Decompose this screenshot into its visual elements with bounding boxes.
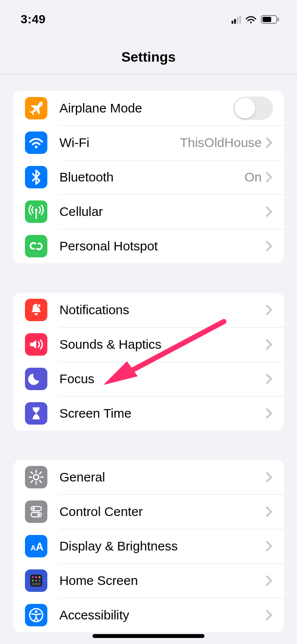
link-icon bbox=[25, 235, 47, 257]
wifi-network-value: ThisOldHouse bbox=[180, 135, 262, 150]
row-label: Bluetooth bbox=[59, 170, 244, 184]
chevron-right-icon bbox=[266, 472, 272, 482]
bluetooth-status-value: On bbox=[244, 170, 262, 184]
row-bluetooth[interactable]: Bluetooth On bbox=[13, 160, 284, 194]
row-display-brightness[interactable]: Display & Brightness bbox=[13, 529, 284, 563]
chevron-right-icon bbox=[266, 305, 272, 315]
row-sounds-haptics[interactable]: Sounds & Haptics bbox=[13, 327, 284, 362]
settings-group-general: General Control Center Display & Brightn… bbox=[13, 460, 284, 632]
page-title: Settings bbox=[121, 39, 176, 65]
gear-icon bbox=[25, 466, 47, 488]
battery-status-icon bbox=[261, 15, 280, 24]
chevron-right-icon bbox=[266, 374, 272, 384]
status-bar: 3:49 bbox=[0, 0, 297, 39]
status-time: 3:49 bbox=[21, 13, 46, 26]
settings-group-connectivity: Airplane Mode Wi-Fi ThisOldHouse Bluetoo… bbox=[13, 91, 284, 263]
chevron-right-icon bbox=[266, 172, 272, 182]
textsize-icon bbox=[25, 535, 47, 557]
bell-icon bbox=[25, 299, 47, 321]
row-accessibility[interactable]: Accessibility bbox=[13, 598, 284, 632]
row-cellular[interactable]: Cellular bbox=[13, 194, 284, 229]
airplane-mode-toggle[interactable] bbox=[233, 97, 273, 120]
row-general[interactable]: General bbox=[13, 460, 284, 494]
row-label: Display & Brightness bbox=[59, 539, 266, 553]
moon-icon bbox=[25, 368, 47, 390]
row-label: Accessibility bbox=[59, 608, 266, 622]
toggles-icon bbox=[25, 500, 47, 523]
antenna-icon bbox=[25, 200, 47, 223]
row-focus[interactable]: Focus bbox=[13, 362, 284, 396]
row-label: Screen Time bbox=[59, 406, 266, 421]
row-notifications[interactable]: Notifications bbox=[13, 293, 284, 327]
bluetooth-icon bbox=[25, 166, 47, 188]
row-screen-time[interactable]: Screen Time bbox=[13, 396, 284, 431]
nav-header: Settings bbox=[0, 39, 297, 75]
toggle-knob bbox=[235, 98, 255, 119]
row-label: Wi-Fi bbox=[59, 135, 180, 150]
row-label: Notifications bbox=[59, 303, 266, 317]
wifi-status-icon bbox=[245, 15, 257, 24]
row-label: Sounds & Haptics bbox=[59, 337, 266, 352]
row-label: Focus bbox=[59, 372, 266, 386]
wifi-icon bbox=[25, 131, 47, 154]
chevron-right-icon bbox=[266, 408, 272, 419]
chevron-right-icon bbox=[266, 610, 272, 620]
row-home-screen[interactable]: Home Screen bbox=[13, 563, 284, 598]
row-wifi[interactable]: Wi-Fi ThisOldHouse bbox=[13, 125, 284, 160]
chevron-right-icon bbox=[266, 138, 272, 148]
chevron-right-icon bbox=[266, 206, 272, 217]
row-label: Control Center bbox=[59, 504, 266, 519]
row-label: Personal Hotspot bbox=[59, 239, 266, 253]
row-airplane-mode[interactable]: Airplane Mode bbox=[13, 91, 284, 125]
row-label: Home Screen bbox=[59, 573, 266, 588]
airplane-icon bbox=[25, 97, 47, 119]
status-indicators bbox=[232, 15, 280, 24]
home-indicator bbox=[93, 634, 204, 638]
row-control-center[interactable]: Control Center bbox=[13, 494, 284, 529]
chevron-right-icon bbox=[266, 575, 272, 586]
speaker-icon bbox=[25, 333, 47, 356]
chevron-right-icon bbox=[266, 339, 272, 350]
chevron-right-icon bbox=[266, 241, 272, 251]
apps-grid-icon bbox=[25, 569, 47, 592]
settings-group-notifications: Notifications Sounds & Haptics Focus Scr… bbox=[13, 293, 284, 431]
cell-signal-icon bbox=[232, 15, 241, 24]
row-label: Airplane Mode bbox=[59, 101, 233, 116]
row-personal-hotspot[interactable]: Personal Hotspot bbox=[13, 229, 284, 263]
chevron-right-icon bbox=[266, 506, 272, 517]
hourglass-icon bbox=[25, 402, 47, 425]
chevron-right-icon bbox=[266, 541, 272, 551]
row-label: General bbox=[59, 470, 266, 485]
accessibility-icon bbox=[25, 604, 47, 626]
row-label: Cellular bbox=[59, 204, 266, 219]
